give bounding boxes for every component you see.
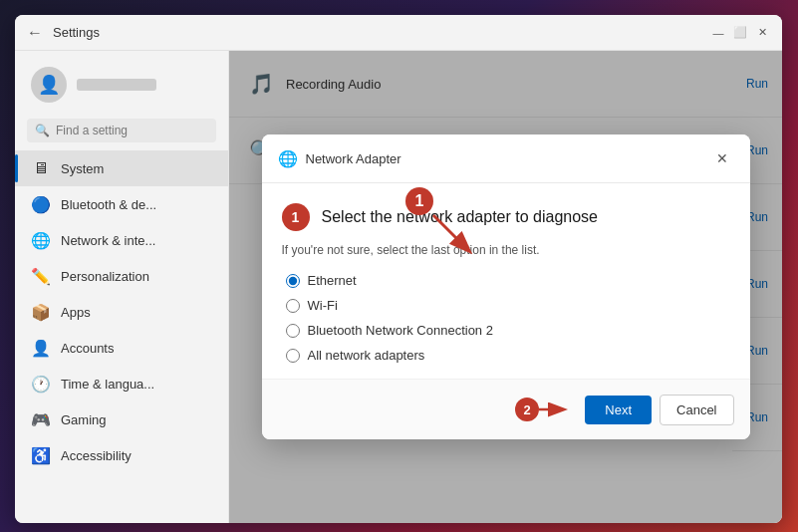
- bluetooth-icon: 🔵: [31, 194, 51, 214]
- dialog-network-icon: 🌐: [278, 149, 298, 168]
- dialog-close-button[interactable]: ✕: [710, 146, 734, 170]
- title-bar: ← Settings — ⬜ ✕: [15, 15, 782, 51]
- sidebar-item-gaming[interactable]: 🎮 Gaming: [15, 401, 228, 437]
- svg-text:2: 2: [524, 402, 531, 417]
- personalization-icon: ✏️: [31, 266, 51, 286]
- dialog-footer: 2 Next Cancel: [262, 379, 750, 439]
- window-title: Settings: [53, 25, 100, 40]
- sidebar-item-network[interactable]: 🌐 Network & inte...: [15, 222, 228, 258]
- sidebar-item-label: Bluetooth & de...: [61, 197, 156, 212]
- sidebar-item-label: Gaming: [61, 412, 107, 427]
- radio-options: Ethernet Wi-Fi Bluetooth Network Connect…: [286, 273, 730, 363]
- search-input[interactable]: [56, 124, 208, 137]
- avatar-icon: 👤: [38, 74, 60, 96]
- sidebar-item-apps[interactable]: 📦 Apps: [15, 294, 228, 330]
- wifi-label: Wi-Fi: [308, 298, 338, 313]
- sidebar-item-accessibility[interactable]: ♿ Accessibility: [15, 437, 228, 473]
- back-button[interactable]: ←: [27, 24, 43, 42]
- bluetooth-network-radio[interactable]: [286, 324, 300, 338]
- sidebar-item-label: Time & langua...: [61, 377, 154, 392]
- wifi-radio[interactable]: [286, 299, 300, 313]
- window-controls: — ⬜ ✕: [710, 25, 770, 41]
- minimize-button[interactable]: —: [710, 25, 726, 41]
- avatar: 👤: [31, 67, 67, 103]
- accessibility-icon: ♿: [31, 445, 51, 465]
- radio-bluetooth-net[interactable]: Bluetooth Network Connection 2: [286, 323, 730, 338]
- sidebar-item-label: Accounts: [61, 341, 114, 356]
- sidebar-item-label: System: [61, 161, 104, 176]
- all-adapters-radio[interactable]: [286, 349, 300, 363]
- all-adapters-label: All network adapters: [308, 348, 425, 363]
- sidebar: 👤 🔍 🖥 System 🔵 Bluetooth & de... 🌐 Netwo…: [15, 51, 229, 523]
- sidebar-item-time[interactable]: 🕐 Time & langua...: [15, 366, 228, 401]
- gaming-icon: 🎮: [31, 409, 51, 429]
- network-adapter-dialog: 🌐 Network Adapter ✕ 1 Select the network…: [262, 134, 750, 439]
- radio-all-adapters[interactable]: All network adapters: [286, 348, 730, 363]
- cancel-button[interactable]: Cancel: [660, 395, 733, 425]
- settings-window: ← Settings — ⬜ ✕ 👤 🔍 🖥 System: [15, 15, 782, 523]
- content-area: 🎵 Recording Audio 🔍 Search and Indexing …: [229, 51, 782, 523]
- dialog-header-row: 1 Select the network adapter to diagnose: [282, 203, 730, 231]
- sidebar-item-bluetooth[interactable]: 🔵 Bluetooth & de...: [15, 186, 228, 222]
- accounts-icon: 👤: [31, 338, 51, 358]
- dialog-body: 1 Select the network adapter to diagnose…: [262, 183, 750, 379]
- dialog-titlebar: 🌐 Network Adapter ✕: [262, 134, 750, 183]
- radio-ethernet[interactable]: Ethernet: [286, 273, 730, 288]
- dialog-overlay: 1 🌐 Network Adapter ✕: [229, 51, 782, 523]
- sidebar-item-label: Network & inte...: [61, 233, 155, 248]
- dialog-heading: Select the network adapter to diagnose: [322, 208, 599, 226]
- annotation-2: 2: [513, 392, 573, 427]
- search-box[interactable]: 🔍: [27, 119, 216, 142]
- sidebar-item-personalization[interactable]: ✏️ Personalization: [15, 258, 228, 294]
- next-button[interactable]: Next: [585, 396, 652, 424]
- sidebar-item-label: Accessibility: [61, 448, 132, 463]
- sidebar-item-label: Personalization: [61, 269, 149, 284]
- time-icon: 🕐: [31, 374, 51, 394]
- sidebar-item-system[interactable]: 🖥 System: [15, 150, 228, 186]
- ethernet-label: Ethernet: [308, 273, 357, 288]
- maximize-button[interactable]: ⬜: [732, 25, 748, 41]
- user-name: [77, 79, 156, 91]
- apps-icon: 📦: [31, 302, 51, 322]
- close-button[interactable]: ✕: [754, 25, 770, 41]
- radio-wifi[interactable]: Wi-Fi: [286, 298, 730, 313]
- bluetooth-net-label: Bluetooth Network Connection 2: [308, 323, 493, 338]
- step-badge-1: 1: [282, 203, 310, 231]
- dialog-title: Network Adapter: [306, 151, 401, 166]
- ethernet-radio[interactable]: [286, 274, 300, 288]
- system-icon: 🖥: [31, 158, 51, 178]
- network-icon: 🌐: [31, 230, 51, 250]
- user-profile: 👤: [15, 59, 228, 115]
- sidebar-item-accounts[interactable]: 👤 Accounts: [15, 330, 228, 366]
- sidebar-item-label: Apps: [61, 305, 91, 320]
- dialog-subtext: If you're not sure, select the last opti…: [282, 243, 730, 257]
- search-icon: 🔍: [35, 124, 50, 137]
- main-layout: 👤 🔍 🖥 System 🔵 Bluetooth & de... 🌐 Netwo…: [15, 51, 782, 523]
